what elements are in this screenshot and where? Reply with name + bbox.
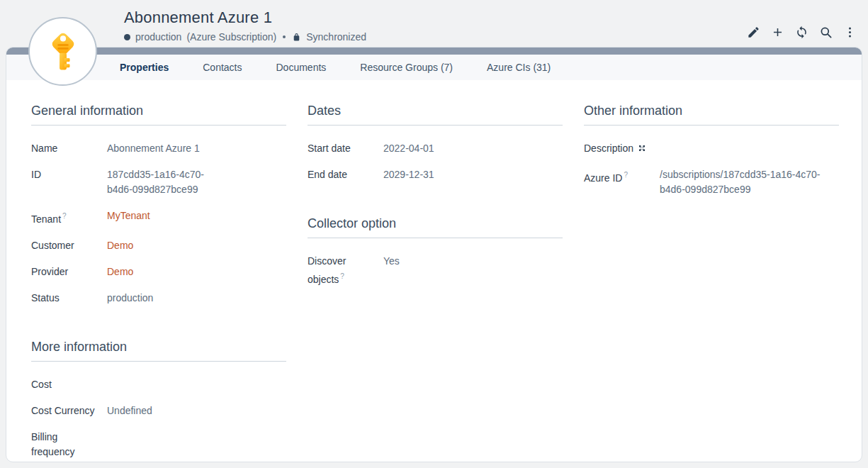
object-status: production [135, 31, 181, 43]
field-label: Cost Currency [31, 403, 107, 418]
field-label: Provider [31, 264, 107, 279]
add-button[interactable] [771, 26, 784, 39]
section-title: More information [31, 340, 286, 362]
field-row-id: ID 187cdd35-1a16-4c70- b4d6-099d827bce99 [31, 167, 286, 197]
tenant-link[interactable]: MyTenant [107, 208, 286, 223]
help-marker[interactable]: ? [624, 171, 628, 179]
object-toolbar [747, 26, 857, 39]
object-class: (Azure Subscription) [186, 31, 276, 43]
field-label: Billing frequency [31, 430, 107, 459]
tab-bar: Properties Contacts Documents Resource G… [6, 55, 862, 80]
field-value: 2022-04-01 [383, 141, 563, 156]
field-label: End date [308, 167, 383, 182]
field-label: Customer [31, 238, 107, 253]
object-card: Properties Contacts Documents Resource G… [6, 47, 862, 462]
plus-icon [771, 26, 784, 39]
section-more-information: More information Cost Cost Currency Unde… [31, 340, 286, 459]
section-title: Other information [584, 104, 839, 126]
more-actions-button[interactable] [843, 26, 857, 39]
page-header: Abonnement Azure 1 production (Azure Sub… [0, 0, 868, 47]
section-collector-option: Collector option Discover objects? Yes [308, 216, 563, 287]
column-middle: Dates Start date 2022-04-01 End date 202… [308, 104, 563, 299]
column-right: Other information Description Azure ID? … [584, 104, 839, 208]
column-left: General information Name Abonnement Azur… [31, 104, 286, 462]
key-icon [43, 31, 84, 72]
properties-content: General information Name Abonnement Azur… [6, 80, 862, 462]
tab-resource-groups[interactable]: Resource Groups (7) [360, 62, 453, 73]
field-value: production [107, 291, 286, 306]
edit-button[interactable] [747, 26, 760, 39]
field-row-name: Name Abonnement Azure 1 [31, 141, 286, 156]
page: Abonnement Azure 1 production (Azure Sub… [0, 0, 868, 462]
kebab-icon [843, 26, 857, 39]
field-row-provider: Provider Demo [31, 264, 286, 279]
field-label: Azure ID? [584, 167, 660, 186]
section-title: Collector option [308, 216, 563, 238]
section-general-information: General information Name Abonnement Azur… [31, 104, 286, 306]
field-value: 187cdd35-1a16-4c70- b4d6-099d827bce99 [107, 167, 286, 197]
section-title: General information [31, 104, 286, 126]
field-value: 2029-12-31 [383, 167, 563, 182]
field-row-start-date: Start date 2022-04-01 [308, 141, 563, 156]
help-marker[interactable]: ? [340, 272, 344, 280]
field-value: /subscriptions/187cdd35-1a16-4c70- b4d6-… [660, 167, 839, 197]
refresh-icon [795, 26, 808, 39]
tab-contacts[interactable]: Contacts [203, 62, 242, 73]
tab-azure-cis[interactable]: Azure CIs (31) [487, 62, 551, 73]
refresh-button[interactable] [795, 26, 808, 39]
field-label: Status [31, 291, 107, 306]
field-label: Discover objects? [308, 254, 383, 287]
search-icon [819, 26, 833, 39]
field-label: Name [31, 141, 107, 156]
field-value: Undefined [107, 403, 286, 418]
field-value: Yes [383, 254, 563, 269]
field-row-cost-currency: Cost Currency Undefined [31, 403, 286, 418]
status-line: production (Azure Subscription) Synchron… [124, 31, 366, 43]
lock-icon [292, 33, 301, 42]
field-label: Cost [31, 377, 107, 392]
section-other-information: Other information Description Azure ID? … [584, 104, 839, 197]
card-top-strip [6, 48, 862, 55]
provider-link[interactable]: Demo [107, 264, 286, 279]
tab-documents[interactable]: Documents [276, 62, 327, 73]
field-row-billing-frequency: Billing frequency [31, 430, 286, 459]
field-label: Start date [308, 141, 383, 156]
field-row-cost: Cost [31, 377, 286, 392]
help-marker[interactable]: ? [62, 212, 67, 220]
field-row-status: Status production [31, 291, 286, 306]
search-button[interactable] [819, 26, 833, 39]
field-label: ID [31, 167, 107, 182]
pencil-icon [747, 26, 760, 39]
page-title: Abonnement Azure 1 [124, 9, 272, 27]
field-row-tenant: Tenant? MyTenant [31, 208, 286, 227]
object-icon-medallion [28, 17, 97, 86]
section-title: Dates [308, 104, 563, 126]
field-label: Tenant? [31, 208, 107, 227]
field-value: Abonnement Azure 1 [107, 141, 286, 156]
sync-status-label: Synchronized [306, 31, 366, 43]
field-row-customer: Customer Demo [31, 238, 286, 253]
tab-properties[interactable]: Properties [120, 62, 169, 73]
field-row-discover-objects: Discover objects? Yes [308, 254, 563, 287]
field-row-end-date: End date 2029-12-31 [308, 167, 563, 182]
section-dates: Dates Start date 2022-04-01 End date 202… [308, 104, 563, 182]
field-row-azure-id: Azure ID? /subscriptions/187cdd35-1a16-4… [584, 167, 839, 197]
separator-dot-icon [283, 35, 286, 38]
expand-icon[interactable] [638, 144, 646, 152]
status-dot-icon [124, 34, 130, 40]
field-row-description: Description [584, 141, 839, 156]
customer-link[interactable]: Demo [107, 238, 286, 253]
field-label: Description [584, 141, 660, 156]
